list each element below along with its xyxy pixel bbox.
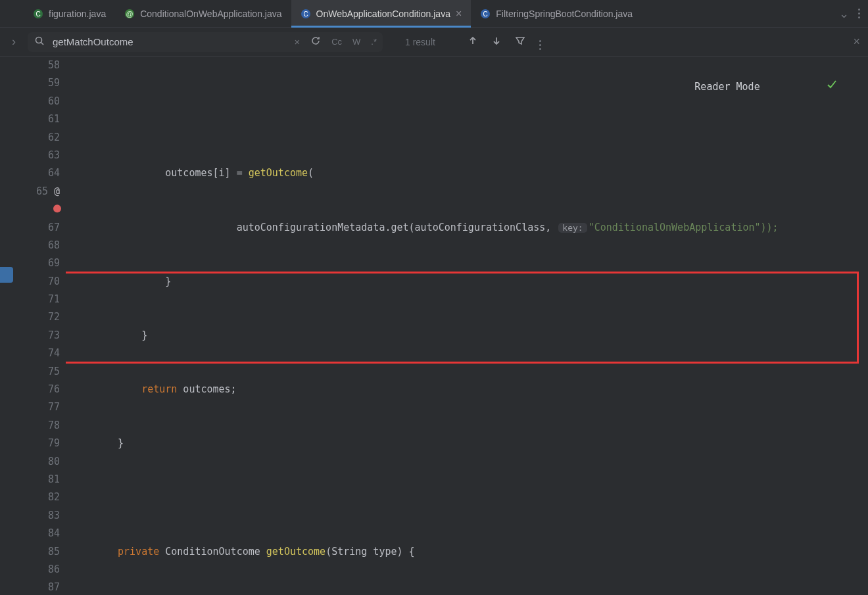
- code-editor[interactable]: 5859606162636465 @6768697071727374757677…: [0, 57, 868, 595]
- line-number[interactable]: 67: [0, 219, 60, 237]
- match-case-toggle[interactable]: Cc: [329, 37, 344, 47]
- filter-icon[interactable]: [510, 36, 530, 47]
- line-number[interactable]: 85: [0, 543, 60, 561]
- svg-text:C: C: [483, 11, 488, 18]
- line-number[interactable]: 63: [0, 147, 60, 164]
- line-number[interactable]: 68: [0, 237, 60, 254]
- tab-figuration[interactable]: C figuration.java: [24, 0, 115, 27]
- annotation-icon: @: [124, 9, 135, 19]
- search-history-icon[interactable]: [308, 36, 323, 48]
- reader-mode-label: Reader Mode: [694, 78, 760, 96]
- line-number[interactable]: 87: [0, 579, 60, 595]
- whole-word-toggle[interactable]: W: [350, 37, 362, 47]
- line-number[interactable]: 71: [0, 291, 60, 308]
- clear-search-icon[interactable]: ×: [292, 36, 302, 47]
- tabs-controls: ⌄: [839, 0, 868, 27]
- editor-tabs: C figuration.java @ ConditionalOnWebAppl…: [0, 0, 868, 28]
- line-number[interactable]: 76: [0, 381, 60, 398]
- line-number[interactable]: 62: [0, 129, 60, 147]
- line-number[interactable]: 73: [0, 327, 60, 345]
- more-options-icon[interactable]: [534, 34, 546, 50]
- code-area[interactable]: Reader Mode outcomes[i] = getOutcome( au…: [66, 57, 868, 595]
- svg-point-8: [36, 37, 42, 43]
- line-number[interactable]: 64: [0, 164, 60, 182]
- line-number[interactable]: 80: [0, 453, 60, 471]
- line-number[interactable]: 75: [0, 363, 60, 381]
- tab-conditional[interactable]: @ ConditionalOnWebApplication.java: [115, 0, 291, 27]
- line-number[interactable]: 77: [0, 398, 60, 416]
- line-number[interactable]: 72: [0, 308, 60, 326]
- tab-label: figuration.java: [49, 9, 106, 19]
- svg-line-9: [41, 43, 44, 45]
- reader-mode-badge[interactable]: Reader Mode: [694, 60, 838, 114]
- tab-onwebapp[interactable]: C OnWebApplicationCondition.java ×: [291, 0, 471, 27]
- svg-text:C: C: [303, 11, 308, 18]
- tab-label: FilteringSpringBootCondition.java: [496, 9, 633, 19]
- breakpoint-icon[interactable]: [53, 204, 61, 212]
- line-number[interactable]: 58: [0, 57, 60, 74]
- line-number[interactable]: 79: [0, 435, 60, 452]
- line-number[interactable]: 74: [0, 345, 60, 362]
- bookmark-indicator[interactable]: [0, 267, 13, 283]
- inlay-hint: key:: [558, 223, 587, 233]
- regex-toggle[interactable]: .*: [369, 37, 379, 47]
- line-number[interactable]: 65 @: [0, 183, 60, 201]
- prev-match-icon[interactable]: [463, 36, 483, 47]
- line-number[interactable]: 82: [0, 488, 60, 506]
- line-number[interactable]: [0, 201, 60, 218]
- tab-filtering[interactable]: C FilteringSpringBootCondition.java: [471, 0, 642, 27]
- tab-label: ConditionalOnWebApplication.java: [140, 9, 281, 19]
- next-match-icon[interactable]: [487, 36, 506, 47]
- line-number[interactable]: 61: [0, 110, 60, 128]
- java-class-icon: C: [480, 9, 491, 19]
- close-findbar-icon[interactable]: ×: [853, 35, 860, 49]
- kebab-menu-icon[interactable]: [858, 9, 860, 18]
- line-number[interactable]: 83: [0, 507, 60, 525]
- chevron-down-icon[interactable]: ⌄: [839, 7, 849, 21]
- line-number[interactable]: 59: [0, 74, 60, 92]
- close-icon[interactable]: ×: [456, 9, 462, 19]
- line-number[interactable]: 84: [0, 525, 60, 542]
- find-input-box: × Cc W .*: [28, 32, 383, 52]
- search-result-count: 1 result: [387, 37, 459, 47]
- search-icon: [34, 36, 45, 48]
- line-number[interactable]: 81: [0, 471, 60, 488]
- line-number[interactable]: 86: [0, 561, 60, 579]
- analysis-ok-icon: [767, 60, 838, 114]
- tab-label: OnWebApplicationCondition.java: [316, 9, 450, 19]
- override-gutter-icon[interactable]: @: [54, 185, 60, 197]
- find-bar: › × Cc W .* 1 result ×: [0, 28, 868, 57]
- line-number[interactable]: 60: [0, 93, 60, 110]
- java-class-icon: C: [301, 9, 311, 19]
- line-number[interactable]: 78: [0, 417, 60, 435]
- search-input[interactable]: [51, 36, 285, 48]
- svg-text:@: @: [126, 10, 133, 18]
- svg-text:C: C: [36, 11, 40, 18]
- java-class-icon: C: [33, 9, 43, 19]
- line-gutter: 5859606162636465 @6768697071727374757677…: [0, 57, 66, 595]
- expand-replace-icon[interactable]: ›: [4, 35, 24, 49]
